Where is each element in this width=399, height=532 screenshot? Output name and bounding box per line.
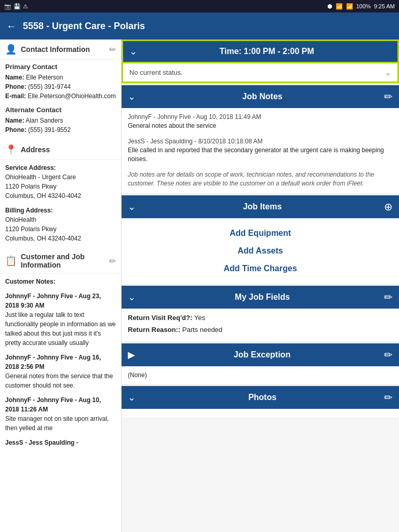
address-section-label: Address [21, 145, 116, 154]
name-label: Name: [5, 74, 24, 81]
contact-section-label: Contact Information [21, 45, 105, 54]
alt-name-label: Name: [5, 117, 24, 124]
customer-job-edit-icon[interactable]: ✏ [109, 256, 116, 266]
photos-content [122, 409, 399, 417]
my-job-fields-edit-icon[interactable]: ✏ [384, 291, 393, 303]
primary-phone-row: Phone: (555) 391-9744 [5, 82, 116, 91]
status-bar: 📷 💾 ⚠ ⬢ 📶 📶 100% 9:25 AM [0, 0, 399, 12]
job-exception-header[interactable]: ▶ Job Exception ✏ [122, 343, 399, 366]
job-items-chevron-icon: ⌄ [128, 201, 136, 212]
current-status-text: No current status. [129, 69, 183, 76]
billing-address-line3: Columbus, OH 43240-4042 [5, 234, 116, 243]
primary-email-value: Elle.Peterson@OhioHealth.com [28, 92, 116, 100]
photos-header[interactable]: ⌄ Photos ✏ [122, 386, 399, 409]
job-note-1-header: JohnnyF - Johnny Five - Aug 10, 2018 11:… [128, 113, 393, 121]
primary-email-row: E-mail: Elle.Peterson@OhioHealth.com [5, 91, 116, 101]
photos-edit-icon[interactable]: ✏ [384, 391, 393, 404]
customer-note-1: JohnnyF - Johnny Five - Aug 23, 2018 9:3… [5, 291, 116, 348]
phone-label: Phone: [5, 83, 26, 90]
save-icon: 💾 [14, 3, 21, 10]
job-notes-info-text: Job notes are for details on scope of wo… [128, 170, 393, 188]
customer-note-3-body: Site manager not on site upon arrival, t… [5, 414, 116, 433]
job-exception-chevron-icon: ▶ [128, 349, 135, 361]
return-reason-label: Return Reason:: [128, 326, 182, 334]
primary-name-row: Name: Elle Peterson [5, 73, 116, 82]
job-notes-header[interactable]: ⌄ Job Notes ✏ [122, 85, 399, 108]
bluetooth-icon: ⬢ [327, 3, 332, 10]
add-assets-link[interactable]: Add Assets [237, 246, 283, 256]
time-text: 9:25 AM [374, 3, 395, 9]
contact-content: Primary Contact Name: Elle Peterson Phon… [0, 60, 121, 140]
left-panel: 👤 Contact Information ✏ Primary Contact … [0, 39, 122, 532]
job-exception-content: (None) [122, 366, 399, 384]
primary-name-value: Elle Peterson [26, 74, 63, 81]
return-reason-value: Parts needed [182, 326, 222, 334]
add-time-charges-link[interactable]: Add Time Charges [223, 264, 297, 273]
my-job-fields-content: Return Visit Req'd?: Yes Return Reason::… [122, 309, 399, 341]
billing-address-title: Billing Address: [5, 206, 116, 215]
status-bar-left-icons: 📷 💾 ⚠ [4, 3, 28, 10]
main-layout: 👤 Contact Information ✏ Primary Contact … [0, 39, 399, 532]
add-equipment-link[interactable]: Add Equipment [230, 229, 291, 238]
address-content: Service Address: OhioHealth - Urgent Car… [0, 160, 121, 248]
time-header-text: Time: 1:00 PM - 2:00 PM [142, 47, 391, 56]
job-notes-chevron-icon: ⌄ [128, 91, 136, 102]
service-address-line1: OhioHealth - Urgent Care [5, 172, 116, 182]
billing-address-line2: 1120 Polaris Pkwy [5, 224, 116, 234]
contact-edit-icon[interactable]: ✏ [109, 45, 116, 55]
signal-icon: 📶 [336, 3, 343, 10]
address-icon: 📍 [5, 144, 17, 155]
alt-name-value: Alan Sanders [25, 117, 63, 124]
primary-phone-value: (555) 391-9744 [28, 83, 71, 90]
job-items-add-icon[interactable]: ⊕ [384, 201, 393, 213]
my-job-fields-chevron-icon: ⌄ [128, 291, 136, 303]
customer-note-1-body: Just like a regular talk to text functio… [5, 310, 116, 348]
back-button[interactable]: ← [6, 20, 17, 32]
alt-phone-label: Phone: [5, 126, 26, 134]
customer-note-3: JohnnyF - Johnny Five - Aug 10, 2018 11:… [5, 395, 116, 433]
status-row: No current status. ⌄ [122, 63, 399, 83]
my-job-fields-header[interactable]: ⌄ My Job Fields ✏ [122, 286, 399, 309]
status-bar-right-icons: ⬢ 📶 📶 100% 9:25 AM [327, 3, 395, 10]
job-items-title: Job Items [141, 202, 384, 211]
service-address-title: Service Address: [5, 163, 116, 172]
alternate-contact-title: Alternate Contact [5, 106, 116, 114]
job-exception-value: (None) [128, 370, 393, 380]
right-panel: ⌄ Time: 1:00 PM - 2:00 PM No current sta… [122, 39, 399, 532]
job-notes-content: JohnnyF - Johnny Five - Aug 10, 2018 11:… [122, 108, 399, 193]
battery-text: 100% [356, 3, 371, 9]
photos-title: Photos [141, 393, 384, 402]
customer-job-icon: 📋 [5, 255, 17, 267]
billing-address-label: Billing Address: [5, 207, 53, 214]
customer-job-section-header: 📋 Customer and Job Information ✏ [0, 248, 121, 274]
job-note-2-header: JessS - Jess Spaulding - 8/10/2018 10:18… [128, 138, 393, 145]
contact-icon: 👤 [5, 44, 17, 55]
customer-note-2: JohnnyF - Johnny Five - Aug 16, 2018 2:5… [5, 353, 116, 390]
return-visit-field: Return Visit Req'd?: Yes [128, 313, 393, 323]
page-title: 5558 - Urgent Care - Polaris [23, 21, 145, 32]
job-note-2: JessS - Jess Spaulding - 8/10/2018 10:18… [128, 138, 393, 164]
job-notes-edit-icon[interactable]: ✏ [384, 90, 393, 103]
customer-note-4-date: JessS - Jess Spaulding - [5, 438, 116, 447]
warning-icon: ⚠ [23, 3, 28, 10]
customer-job-section-label: Customer and Job Information [21, 252, 105, 269]
customer-note-2-date: JohnnyF - Johnny Five - Aug 16, 2018 2:5… [5, 353, 116, 371]
primary-contact-title: Primary Contact [5, 63, 116, 71]
billing-address-line1: OhioHealth [5, 215, 116, 224]
time-header[interactable]: ⌄ Time: 1:00 PM - 2:00 PM [122, 39, 399, 63]
job-note-1-body: General notes about the service [128, 122, 393, 130]
job-notes-title: Job Notes [141, 92, 384, 101]
top-header: ← 5558 - Urgent Care - Polaris [0, 12, 399, 39]
address-section-header: 📍 Address [0, 140, 121, 160]
return-visit-label: Return Visit Req'd?: [128, 314, 194, 322]
job-items-header[interactable]: ⌄ Job Items ⊕ [122, 195, 399, 218]
job-exception-edit-icon[interactable]: ✏ [384, 349, 393, 361]
alt-phone-value: (555) 391-9552 [28, 126, 71, 134]
email-label: E-mail: [5, 92, 26, 100]
photos-chevron-icon: ⌄ [128, 392, 136, 403]
alt-phone-row: Phone: (555) 391-9552 [5, 125, 116, 135]
job-exception-title: Job Exception [140, 350, 384, 360]
status-chevron-icon: ⌄ [384, 68, 391, 77]
job-items-content: Add Equipment Add Assets Add Time Charge… [122, 218, 399, 284]
job-note-2-body: Elle called in and reported that the sec… [128, 146, 393, 164]
